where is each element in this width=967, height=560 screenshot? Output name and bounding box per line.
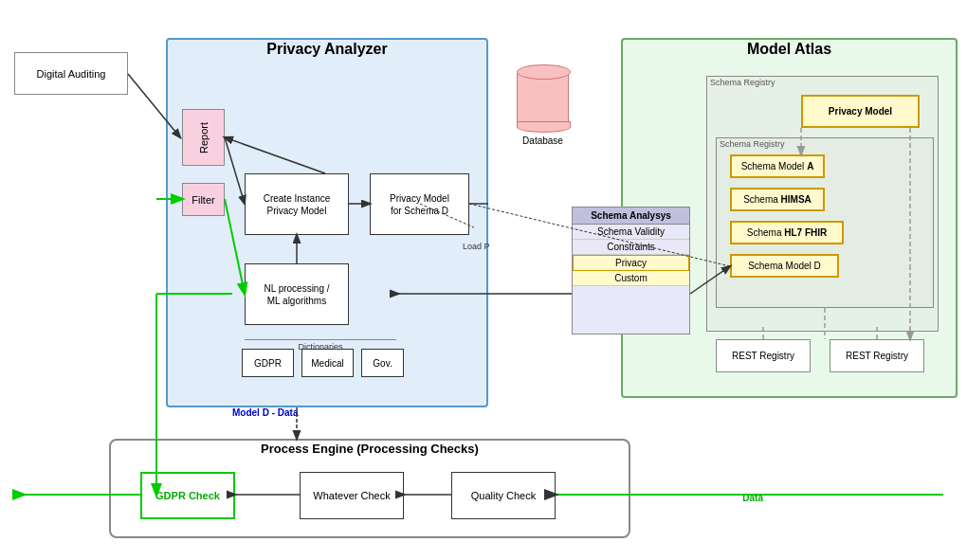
quality-check-label: Quality Check <box>471 490 536 501</box>
constraints-row: Constraints <box>573 240 689 255</box>
data-word: Data <box>278 407 299 418</box>
schema-hl7-box: Schema HL7 FHIR <box>730 221 844 244</box>
schema-analysis-box: Schema Analysys Schema Validity Constrai… <box>572 207 690 334</box>
digital-auditing-label: Digital Auditing <box>37 68 106 80</box>
schema-himsa-label: Schema HIMSA <box>743 194 812 205</box>
quality-check-box: Quality Check <box>451 472 556 519</box>
filter-box: Filter <box>182 183 225 216</box>
load-p-label: Load P <box>463 242 490 251</box>
gdpr-check-box: GDPR Check <box>140 472 235 519</box>
database-container: Database <box>517 71 569 146</box>
gdpr-check-label: GDPR Check <box>155 490 220 501</box>
digital-auditing-box: Digital Auditing <box>14 52 128 95</box>
privacy-model-schema-box: Privacy Modelfor Schema D <box>370 173 469 235</box>
privacy-model-label: Privacy Model <box>829 106 892 117</box>
whatever-check-label: Whatever Check <box>313 490 390 501</box>
model-d-label: Model D - Data <box>232 407 298 418</box>
schema-registry-outer-label: Schema Registry <box>706 78 775 87</box>
schema-model-d-label: Schema Model D <box>748 261 821 271</box>
schema-model-a-box: Schema Model A <box>730 154 825 178</box>
privacy-model-box: Privacy Model <box>801 95 920 128</box>
schema-analysis-title: Schema Analysys <box>573 208 689 225</box>
create-instance-box: Create InstancePrivacy Model <box>245 173 349 235</box>
data-label-right: Data <box>742 493 763 503</box>
whatever-check-box: Whatever Check <box>300 472 404 519</box>
gov-label: Gov. <box>373 358 392 369</box>
privacy-model-schema-label: Privacy Modelfor Schema D <box>390 192 449 217</box>
model-d-text: Model D - <box>232 407 278 418</box>
ml-algorithms-box: NL processing /ML algorithms <box>245 263 349 325</box>
schema-model-a-label: Schema Model A <box>741 161 814 172</box>
rest-registry-right-box: REST Registry <box>830 339 924 372</box>
schema-himsa-box: Schema HIMSA <box>730 188 825 211</box>
gdpr-label: GDPR <box>254 358 282 369</box>
process-engine-title: Process Engine (Processing Checks) <box>109 442 630 456</box>
custom-row: Custom <box>573 271 689 286</box>
ml-algorithms-label: NL processing /ML algorithms <box>264 282 329 307</box>
rest-registry-left-label: REST Registry <box>732 351 794 361</box>
privacy-analyzer-title: Privacy Analyzer <box>166 41 488 58</box>
medical-label: Medical <box>311 358 343 369</box>
schema-registry-inner-label: Schema Registry <box>716 139 785 149</box>
rest-registry-left-box: REST Registry <box>716 339 811 372</box>
create-instance-label: Create InstancePrivacy Model <box>264 192 331 217</box>
medical-box: Medical <box>301 349 354 377</box>
gdpr-box: GDPR <box>242 349 294 377</box>
privacy-row: Privacy <box>573 255 689 271</box>
gov-box: Gov. <box>361 349 404 377</box>
schema-validity-row: Schema Validity <box>573 225 689 240</box>
database-label: Database <box>522 135 563 146</box>
schema-model-d-box: Schema Model D <box>730 254 839 278</box>
diagram: Digital Auditing Privacy Analyzer Report… <box>0 0 967 560</box>
report-label: Report <box>198 121 210 153</box>
rest-registry-right-label: REST Registry <box>846 351 908 361</box>
report-box: Report <box>182 109 225 166</box>
schema-hl7-label: Schema HL7 FHIR <box>747 227 827 238</box>
model-atlas-title: Model Atlas <box>621 41 958 58</box>
database-cylinder <box>517 71 569 128</box>
filter-label: Filter <box>192 194 214 206</box>
